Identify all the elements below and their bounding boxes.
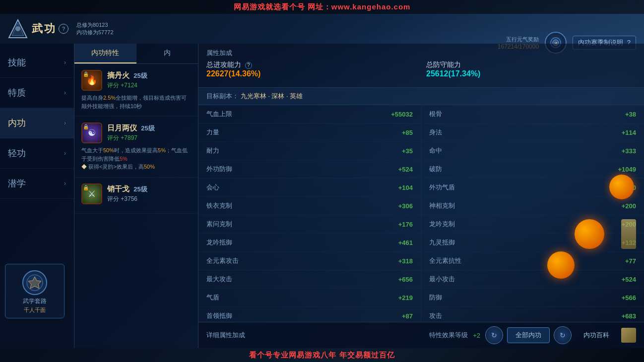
table-row: 会心 +104 外功气盾 +200 (198, 179, 644, 197)
main-content: 内功特性 内 🔒 🔥 摘丹火 25级 评分 +7124 (74, 44, 644, 348)
help-button[interactable]: ? (59, 24, 68, 34)
table-row: 力量 +85 身法 +114 (198, 123, 644, 142)
defense-value: 25612(17.34%) (426, 69, 636, 78)
stats-cell-right-0: 根骨 +38 (421, 105, 644, 123)
target-label: 目标副本： (206, 92, 239, 100)
attack-title: 总进攻能力 ? (206, 60, 416, 69)
tab-inner[interactable]: 内 (136, 44, 198, 63)
scroll-decoration (621, 219, 636, 249)
skill-item-header-3: 🔒 ⚔ 销干戈 25级 评分 +3756 (81, 183, 191, 204)
attack-value: 22627(14.36%) (206, 69, 416, 78)
level-value: +2 (473, 332, 480, 339)
attack-stat: 总进攻能力 ? 22627(14.36%) (206, 60, 416, 78)
inner-stat: 内功修为57772 (76, 29, 114, 36)
refresh-icon[interactable]: ↻ (485, 326, 503, 344)
table-row: 耐力 +35 命中 +333 (198, 142, 644, 160)
title-area: 武功 (32, 21, 57, 36)
skill-name-area: 摘丹火 25级 评分 +7124 (107, 71, 191, 90)
skill-icon-zhaidanhuo: 🔒 🔥 (81, 70, 102, 91)
sidebar-item-qinggong-label: 轻功 (8, 147, 26, 159)
refresh-icon-2[interactable]: ↻ (554, 326, 572, 344)
stats-cell-right-2: 命中 +333 (421, 142, 644, 160)
skill-icon-xiaogange: 🔒 ⚔ (81, 183, 102, 204)
sidebar-item-neigong-label: 内功 (8, 117, 26, 129)
stats-cell-left-11: 首领抵御 +87 (198, 307, 421, 322)
five-elements-label: 五行元气奖励 (506, 36, 539, 43)
skill-rating-xiaogange: 评分 +3756 (107, 195, 191, 203)
stats-cell-right-8: 全元素抗性 +77 (421, 252, 644, 270)
stats-cell-left-6: 素问克制 +176 (198, 215, 421, 233)
badge-title: 武学套路 (9, 297, 60, 305)
main-title: 武功 (32, 21, 57, 36)
chevron-right-icon: › (64, 59, 66, 66)
scroll-icon (621, 328, 636, 343)
left-sidebar: 技能 › 特质 › 内功 › 轻功 › 潜学 › 武学套路 千人千面 (0, 44, 74, 348)
stats-header: 属性加成 总进攻能力 ? 22627(14.36%) 总防守能力 25612(1… (198, 44, 644, 88)
header-stats: 总修为80123 内功修为57772 (76, 21, 114, 36)
stats-cell-right-3: 破防 +1049 (421, 160, 644, 178)
sidebar-item-qianxue[interactable]: 潜学 › (0, 169, 74, 199)
stats-cell-left-7: 龙吟抵御 +461 (198, 234, 421, 251)
watermark-top: 网易游戏就选看个号 网址：www.kangehao.com (0, 0, 644, 14)
chevron-right-icon: › (64, 89, 66, 96)
table-row: 首领抵御 +87 攻击 +683 (198, 307, 644, 322)
sidebar-item-jinen-label: 技能 (8, 57, 26, 68)
table-row: 最大攻击 +656 最小攻击 +524 (198, 270, 644, 289)
table-row: 气血上限 +55032 根骨 +38 (198, 105, 644, 123)
table-row: 气盾 +219 防御 +566 (198, 289, 644, 307)
wuxue-badge[interactable]: 武学套路 千人千面 (5, 264, 64, 318)
all-neigong-button[interactable]: 全部内功 (507, 327, 550, 343)
logo-icon (8, 19, 28, 39)
chevron-right-icon: › (64, 120, 66, 126)
chevron-right-icon: › (64, 180, 66, 187)
attack-help-icon[interactable]: ? (245, 62, 252, 69)
skill-rating-zhaidanhuo: 评分 +7124 (107, 81, 191, 90)
skill-name-area-2: 日月两仪 25级 评分 +7897 (107, 123, 191, 142)
skill-panel: 内功特性 内 🔒 🔥 摘丹火 25级 评分 +7124 (74, 44, 198, 348)
stats-cell-right-7: 九灵抵御 +132 (421, 234, 644, 251)
skill-name-riyue: 日月两仪 25级 (107, 123, 191, 133)
stats-panel: 属性加成 总进攻能力 ? 22627(14.36%) 总防守能力 25612(1… (198, 44, 644, 348)
lock-icon-2: 🔒 (83, 124, 89, 129)
neigong-wiki-button[interactable]: 内功百科 (576, 328, 617, 343)
stats-cell-left-9: 最大攻击 +656 (198, 270, 421, 288)
stats-title-row: 总进攻能力 ? 22627(14.36%) 总防守能力 25612(17.34%… (206, 60, 636, 78)
watermark-bottom: 看个号专业网易游戏八年 年交易额过百亿 (0, 348, 644, 362)
stats-cell-left-4: 会心 +104 (198, 179, 421, 196)
skill-rating-riyue: 评分 +7897 (107, 134, 191, 142)
stats-cell-right-5: 神相克制 +200 (421, 197, 644, 215)
defense-stat: 总防守能力 25612(17.34%) (426, 60, 636, 78)
target-row: 目标副本： 九光寒林 · 深林 · 英雄 (198, 88, 644, 105)
stats-cell-right-1: 身法 +114 (421, 123, 644, 141)
stats-cell-right-6: 龙吟克制 +200 (421, 215, 644, 233)
skill-item-riyueliangyi[interactable]: 🔒 ☯ 日月两仪 25级 评分 +7897 气血大于50%时，造成效果提高5%；… (74, 117, 198, 178)
stats-cell-right-11: 攻击 +683 (421, 307, 644, 322)
table-row: 铁衣克制 +306 神相克制 +200 (198, 197, 644, 215)
skill-tabs: 内功特性 内 (74, 44, 198, 64)
stats-cell-left-1: 力量 +85 (198, 123, 421, 141)
skill-item-zhaidanhuo[interactable]: 🔒 🔥 摘丹火 25级 评分 +7124 提高自身2.5%全技能增，领目标造成伤… (74, 64, 198, 117)
stats-cell-left-8: 全元素攻击 +318 (198, 252, 421, 270)
orb-decoration-3 (547, 251, 575, 279)
skill-name-xiaogange: 销干戈 25级 (107, 184, 191, 194)
stats-cell-right-9: 最小攻击 +524 (421, 270, 644, 288)
skill-item-xiaogange[interactable]: 🔒 ⚔ 销干戈 25级 评分 +3756 (74, 178, 198, 214)
stats-table: 气血上限 +55032 根骨 +38 力量 +85 身法 +114 (198, 105, 644, 322)
stats-cell-left-2: 耐力 +35 (198, 142, 421, 160)
skill-item-header: 🔒 🔥 摘丹火 25级 评分 +7124 (81, 70, 191, 91)
tab-neigong-properties[interactable]: 内功特性 (74, 44, 136, 63)
target-value: 九光寒林 · 深林 · 英雄 (241, 92, 303, 100)
skill-desc-zhaidanhuo: 提高自身2.5%全技能增，领目标造成伤害可颠外技能增强，持续10秒 (81, 94, 191, 110)
table-row: 全元素攻击 +318 全元素抗性 +77 (198, 252, 644, 270)
sidebar-item-qianxue-label: 潜学 (8, 178, 26, 189)
level-label: 特性效果等级 (429, 331, 468, 340)
svg-point-2 (15, 26, 20, 31)
badge-name: 千人千面 (9, 306, 60, 314)
stats-cell-left-3: 外功防御 +524 (198, 160, 421, 178)
table-row: 外功防御 +524 破防 +1049 (198, 160, 644, 179)
sidebar-item-qinggong[interactable]: 轻功 › (0, 138, 74, 169)
sidebar-item-jinen[interactable]: 技能 › (0, 48, 74, 78)
sidebar-item-tezhi[interactable]: 特质 › (0, 78, 74, 108)
sidebar-item-neigong[interactable]: 内功 › (0, 108, 74, 138)
stats-cell-left-10: 气盾 +219 (198, 289, 421, 306)
